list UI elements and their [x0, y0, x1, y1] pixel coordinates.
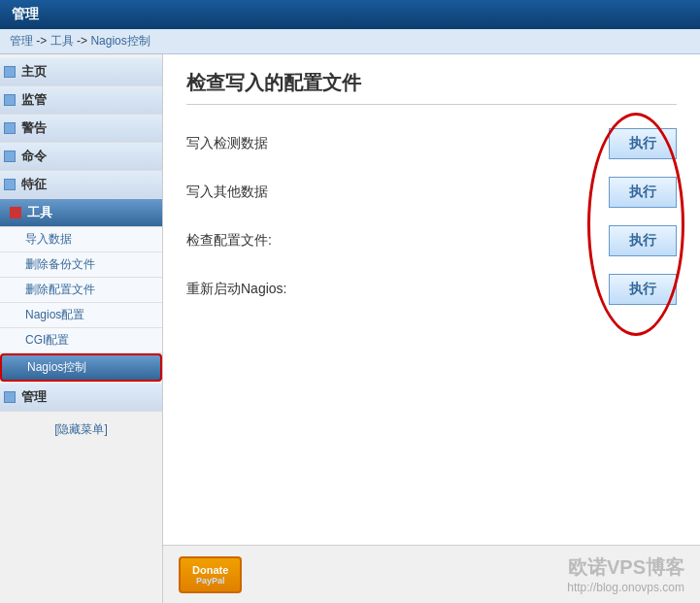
action-row-4: 重新启动Nagios: 执行 [186, 274, 677, 305]
sidebar-item-admin[interactable]: 管理 [0, 384, 162, 412]
breadcrumb-sep1: -> [36, 34, 50, 48]
action-label-1: 写入检测数据 [186, 135, 609, 152]
hide-menu-link[interactable]: [隐藏菜单] [0, 412, 162, 448]
sidebar-item-commands[interactable]: 命令 [0, 143, 162, 171]
sidebar-label-features: 特征 [21, 176, 47, 193]
sidebar: 主页 监管 警告 命令 特征 工具 导入数据 删除备份文件 [0, 54, 163, 603]
action-row-1: 写入检测数据 执行 [186, 128, 677, 159]
sidebar-item-tools[interactable]: 工具 [0, 199, 162, 227]
hide-menu-label: [隐藏菜单] [54, 422, 108, 436]
bullet-icon [4, 94, 16, 106]
sidebar-item-home[interactable]: 主页 [0, 58, 162, 86]
main-layout: 主页 监管 警告 命令 特征 工具 导入数据 删除备份文件 [0, 54, 700, 603]
exec-button-4[interactable]: 执行 [609, 274, 677, 305]
action-label-3: 检查配置文件: [186, 232, 609, 250]
paypal-label: PayPal [196, 576, 225, 586]
sidebar-sub-delete-backup[interactable]: 删除备份文件 [0, 252, 162, 278]
content-area: 检查写入的配置文件 写入检测数据 执行 写入其他数据 执行 检查配置文件: 执行… [163, 54, 700, 603]
exec-button-1[interactable]: 执行 [609, 128, 677, 159]
watermark-site-name: 欧诺VPS博客 [567, 554, 684, 581]
bullet-icon [4, 151, 16, 162]
sidebar-sub-nagios-config-label: Nagios配置 [25, 308, 84, 321]
sidebar-label-commands: 命令 [21, 148, 47, 165]
sidebar-sub-delete-config[interactable]: 删除配置文件 [0, 278, 162, 303]
title-bar-label: 管理 [12, 6, 39, 21]
watermark: 欧诺VPS博客 http://blog.onovps.com [567, 554, 684, 594]
sidebar-sub-import-label: 导入数据 [25, 232, 72, 246]
sidebar-item-alerts[interactable]: 警告 [0, 115, 162, 143]
bullet-icon-red [10, 207, 21, 218]
bullet-icon [4, 391, 16, 403]
watermark-url: http://blog.onovps.com [567, 581, 684, 594]
sidebar-sub-delete-config-label: 删除配置文件 [25, 283, 95, 296]
breadcrumb-link-nagios[interactable]: Nagios控制 [90, 34, 150, 48]
sidebar-label-tools: 工具 [27, 204, 52, 221]
action-row-2: 写入其他数据 执行 [186, 177, 677, 208]
bottom-bar: Donate PayPal 欧诺VPS博客 http://blog.onovps… [163, 545, 700, 603]
donate-label: Donate [192, 564, 228, 576]
bullet-icon [4, 66, 16, 78]
action-row-3: 检查配置文件: 执行 [186, 225, 677, 256]
sidebar-sub-cgi-config[interactable]: CGI配置 [0, 328, 162, 353]
bullet-icon [4, 122, 16, 134]
breadcrumb-link-admin[interactable]: 管理 [10, 34, 33, 48]
action-label-2: 写入其他数据 [186, 184, 609, 201]
title-bar: 管理 [0, 0, 700, 29]
sidebar-label-home: 主页 [21, 63, 47, 81]
sidebar-sub-nagios-config[interactable]: Nagios配置 [0, 303, 162, 328]
exec-button-2[interactable]: 执行 [609, 177, 677, 208]
sidebar-label-alerts: 警告 [21, 119, 47, 137]
sidebar-label-monitor: 监管 [21, 91, 47, 109]
bullet-icon [4, 179, 16, 190]
sidebar-sub-import[interactable]: 导入数据 [0, 227, 162, 252]
donate-button[interactable]: Donate PayPal [179, 556, 242, 593]
sidebar-item-features[interactable]: 特征 [0, 171, 162, 199]
action-label-4: 重新启动Nagios: [186, 281, 609, 298]
breadcrumb-link-tools[interactable]: 工具 [50, 34, 74, 48]
sidebar-sub-delete-backup-label: 删除备份文件 [25, 257, 95, 271]
sidebar-label-admin: 管理 [21, 388, 47, 406]
breadcrumb: 管理 -> 工具 -> Nagios控制 [0, 29, 700, 54]
exec-button-3[interactable]: 执行 [609, 225, 677, 256]
breadcrumb-sep2: -> [77, 34, 90, 48]
sidebar-item-monitor[interactable]: 监管 [0, 86, 162, 115]
sidebar-sub-nagios-control[interactable]: Nagios控制 [0, 353, 162, 382]
sidebar-sub-cgi-config-label: CGI配置 [25, 333, 69, 347]
sidebar-sub-nagios-control-label: Nagios控制 [27, 360, 86, 374]
page-title: 检查写入的配置文件 [186, 70, 677, 105]
